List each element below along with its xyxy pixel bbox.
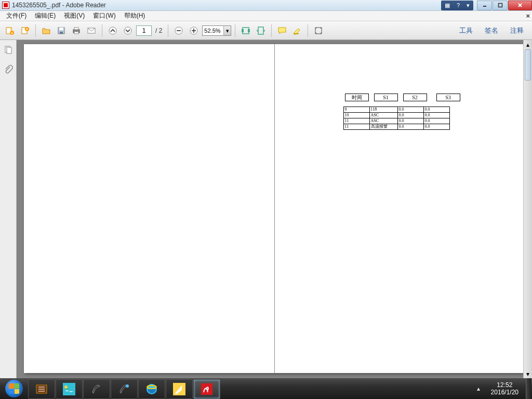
dropdown-icon: ▾ [467, 2, 470, 9]
data-table: 91180.00.0 10ASC0.00.0 11ASC0.00.0 11高温报… [343, 107, 450, 130]
clock-time: 12:52 [491, 381, 518, 389]
table-row: 10ASC0.00.0 [343, 113, 449, 118]
header-cell: S3 [436, 94, 460, 101]
grid-icon: ▦ [445, 2, 450, 9]
system-tray: ▴ 12:52 2016/1/20 [473, 378, 532, 399]
zoom-select[interactable]: 52.5% ▾ [202, 25, 231, 36]
svg-point-15 [109, 27, 116, 34]
taskbar-app-1[interactable] [28, 379, 55, 399]
menu-help[interactable]: 帮助(H) [120, 10, 150, 21]
maximize-button[interactable] [493, 1, 508, 10]
svg-rect-24 [248, 29, 250, 32]
comment-panel-button[interactable]: 注释 [505, 24, 529, 37]
print-button[interactable] [70, 24, 83, 37]
close-button[interactable] [508, 1, 532, 10]
attachments-button[interactable] [3, 64, 14, 75]
zoom-value: 52.5% [204, 28, 220, 34]
reader-help-box[interactable]: ▦ ? ▾ [441, 1, 473, 10]
two-page-view: 时间 S1 S2 S3 91180.00.0 10ASC0.00.0 11ASC… [24, 44, 525, 373]
export-pdf-button[interactable] [3, 24, 17, 37]
svg-rect-26 [294, 33, 299, 34]
menu-file[interactable]: 文件(F) [2, 10, 31, 21]
header-cell: 时间 [345, 94, 369, 101]
page-up-button[interactable] [106, 24, 119, 37]
scroll-thumb[interactable] [525, 49, 531, 81]
taskbar-app-4[interactable] [111, 379, 138, 399]
table-headers: 时间 S1 S2 S3 [345, 94, 460, 101]
svg-point-16 [124, 27, 131, 34]
menu-window[interactable]: 窗口(W) [89, 10, 119, 21]
toolbar: / 2 52.5% ▾ 工具 签名 注释 [0, 21, 532, 40]
clock-date: 2016/1/20 [491, 389, 518, 396]
save-button[interactable] [55, 24, 68, 37]
reader-help-cluster: ▦ ? ▾ [441, 0, 476, 11]
svg-rect-25 [258, 27, 263, 34]
taskbar-app-3[interactable] [83, 379, 110, 399]
svg-point-32 [64, 385, 68, 389]
vertical-scrollbar[interactable]: ▴ ▾ [523, 40, 532, 378]
svg-rect-12 [74, 28, 78, 30]
taskbar-app-6[interactable] [166, 379, 193, 399]
thumbnails-button[interactable] [3, 44, 14, 56]
svg-rect-23 [242, 29, 244, 32]
tools-panel-button[interactable]: 工具 [454, 24, 478, 37]
fit-window-button[interactable] [239, 24, 252, 37]
fit-width-button[interactable] [254, 24, 268, 37]
toolbar-separator [35, 24, 36, 37]
svg-rect-10 [60, 32, 63, 34]
create-pdf-button[interactable] [18, 24, 32, 37]
svg-rect-1 [498, 4, 502, 7]
taskbar-app-2[interactable] [56, 379, 83, 399]
scroll-up-icon[interactable]: ▴ [524, 40, 532, 49]
window-title: 1453265505_.pdf - Adobe Reader [12, 2, 106, 9]
zoom-in-button[interactable] [187, 24, 201, 37]
toolbar-separator [271, 24, 272, 37]
sign-panel-button[interactable]: 签名 [480, 24, 503, 37]
window-controls [476, 1, 532, 10]
toolbar-separator [308, 24, 308, 37]
menu-edit[interactable]: 编辑(E) [31, 10, 60, 21]
menu-view[interactable]: 视图(V) [60, 10, 89, 21]
page-total-label: / 2 [155, 27, 162, 34]
table-row: 11ASC0.00.0 [343, 118, 449, 124]
header-cell: S1 [374, 94, 398, 101]
read-mode-button[interactable] [312, 24, 325, 37]
menu-bar: 文件(F) 编辑(E) 视图(V) 窗口(W) 帮助(H) × [0, 11, 532, 21]
svg-rect-9 [59, 28, 63, 30]
svg-point-33 [126, 384, 129, 388]
tray-overflow-button[interactable]: ▴ [473, 383, 484, 394]
page-down-button[interactable] [121, 24, 135, 37]
highlight-button[interactable] [290, 24, 304, 37]
navigation-pane [0, 40, 17, 378]
help-icon: ? [457, 2, 460, 8]
taskbar-adobe-reader[interactable] [193, 379, 220, 399]
window-titlebar: 1453265505_.pdf - Adobe Reader ▦ ? ▾ [0, 0, 532, 11]
zoom-out-button[interactable] [172, 24, 185, 37]
document-area: 时间 S1 S2 S3 91180.00.0 10ASC0.00.0 11ASC… [17, 40, 532, 378]
page-1[interactable] [24, 44, 275, 373]
pdf-icon [2, 2, 9, 9]
table-row: 91180.00.0 [343, 107, 449, 113]
svg-rect-29 [7, 47, 11, 54]
toolbar-separator [168, 24, 168, 37]
page-number-input[interactable] [136, 25, 152, 36]
toolbar-separator [102, 24, 102, 37]
open-button[interactable] [39, 24, 53, 37]
comment-button[interactable] [275, 24, 289, 37]
taskbar: ▴ 12:52 2016/1/20 [0, 378, 532, 399]
page-2[interactable]: 时间 S1 S2 S3 91180.00.0 10ASC0.00.0 11ASC… [275, 44, 525, 373]
show-desktop-button[interactable] [526, 378, 531, 399]
dropdown-icon: ▾ [223, 26, 231, 35]
taskbar-ie[interactable] [138, 379, 165, 399]
scroll-down-icon[interactable]: ▾ [524, 369, 532, 378]
start-button[interactable] [0, 378, 28, 399]
tray-clock[interactable]: 12:52 2016/1/20 [487, 381, 523, 396]
email-button[interactable] [85, 24, 98, 37]
svg-rect-13 [74, 32, 78, 34]
minimize-button[interactable] [477, 1, 492, 10]
table-row: 11高温报警0.00.0 [343, 124, 449, 130]
close-doc-button[interactable]: × [526, 12, 530, 20]
header-cell: S2 [403, 94, 427, 101]
windows-icon [5, 380, 23, 397]
toolbar-separator [235, 24, 235, 37]
